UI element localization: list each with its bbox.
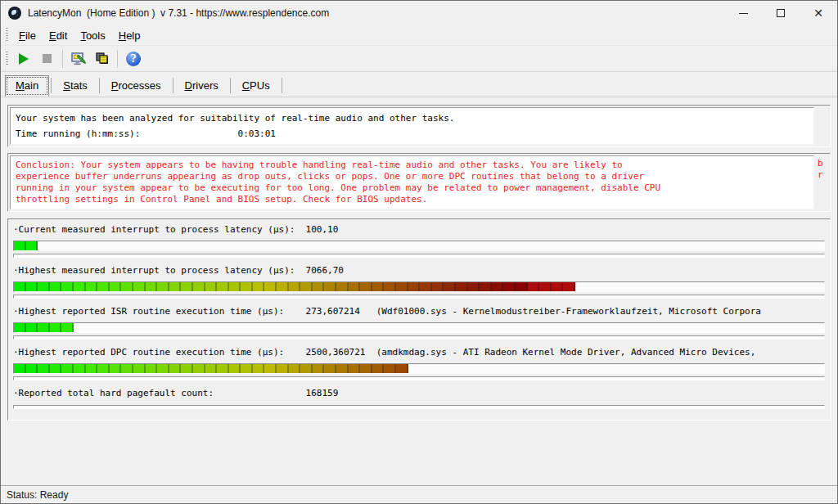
tab-separator bbox=[99, 78, 100, 93]
window-controls: ✕ bbox=[724, 1, 837, 25]
stat-value: 100,10 bbox=[306, 224, 376, 235]
app-icon bbox=[8, 7, 21, 20]
stacked-windows-button[interactable] bbox=[91, 49, 112, 69]
stat-driver-info: (Wdf01000.sys - Kernelmodustreiber-Frame… bbox=[376, 306, 825, 317]
stop-monitor-button[interactable] bbox=[36, 49, 57, 69]
menu-bar: FileEditToolsHelp bbox=[1, 25, 837, 46]
clipped-text-fragments: br bbox=[818, 158, 827, 181]
time-running-value: 0:03:01 bbox=[238, 126, 276, 142]
minimize-icon bbox=[739, 13, 748, 14]
latency-meter bbox=[13, 241, 825, 251]
stat-row: ·Highest reported DPC routine execution … bbox=[13, 347, 825, 380]
stat-driver-info: (amdkmdag.sys - ATI Radeon Kernel Mode D… bbox=[376, 347, 825, 358]
minimize-button[interactable] bbox=[724, 1, 762, 25]
close-icon: ✕ bbox=[813, 7, 823, 19]
tab-separator bbox=[230, 78, 231, 93]
maximize-icon bbox=[777, 9, 785, 17]
menu-file[interactable]: File bbox=[12, 27, 43, 44]
toolbar-separator bbox=[62, 50, 63, 68]
stat-label: ·Highest reported ISR routine execution … bbox=[13, 306, 306, 317]
tab-stats[interactable]: Stats bbox=[53, 76, 97, 96]
tab-separator bbox=[51, 78, 52, 93]
stat-row: ·Reported total hard pagefault count:168… bbox=[13, 388, 825, 409]
conclusion-line: throttling settings in Control Panel and… bbox=[16, 194, 809, 205]
latency-meter bbox=[13, 363, 825, 374]
start-monitor-button[interactable] bbox=[13, 49, 34, 69]
meter-track bbox=[13, 295, 825, 299]
conclusion-line: Conclusion: Your system appears to be ha… bbox=[16, 160, 809, 171]
meter-track bbox=[13, 405, 825, 409]
stats-box: ·Current measured interrupt to process l… bbox=[7, 218, 831, 421]
stat-value: 7066,70 bbox=[306, 265, 376, 276]
stat-label: ·Reported total hard pagefault count: bbox=[13, 388, 306, 398]
main-tab-page: Your system has been analyzed for suitab… bbox=[1, 97, 837, 487]
latency-meter bbox=[13, 281, 825, 292]
edit-report-button[interactable] bbox=[68, 49, 89, 69]
stacked-windows-icon bbox=[94, 52, 110, 66]
tab-main[interactable]: Main bbox=[5, 75, 49, 97]
stat-value: 168159 bbox=[306, 388, 376, 398]
tab-processes[interactable]: Processes bbox=[101, 76, 171, 96]
stop-icon bbox=[43, 54, 52, 63]
status-text: Status: Ready bbox=[7, 489, 68, 501]
stat-row: ·Current measured interrupt to process l… bbox=[13, 224, 825, 258]
summary-box: Your system has been analyzed for suitab… bbox=[7, 105, 831, 147]
stat-label: ·Highest reported DPC routine execution … bbox=[13, 347, 306, 358]
toolbar-separator bbox=[117, 50, 118, 68]
status-bar: Status: Ready bbox=[1, 485, 837, 503]
tab-separator bbox=[173, 78, 173, 93]
stat-label: ·Highest measured interrupt to process l… bbox=[13, 265, 306, 276]
stat-value: 2500,360721 bbox=[306, 347, 376, 358]
menubar-gripper-icon bbox=[6, 28, 8, 43]
conclusion-line: experience buffer underruns appearing as… bbox=[16, 171, 809, 182]
tab-drivers[interactable]: Drivers bbox=[175, 76, 228, 96]
menu-edit[interactable]: Edit bbox=[43, 27, 74, 44]
meter-track bbox=[13, 376, 825, 380]
stat-value: 273,607214 bbox=[306, 306, 376, 317]
stat-label: ·Current measured interrupt to process l… bbox=[13, 224, 306, 235]
meter-track bbox=[13, 254, 825, 258]
toolbar-gripper-icon bbox=[6, 52, 8, 66]
menu-tools[interactable]: Tools bbox=[74, 27, 111, 44]
time-running-label: Time running (h:mm:ss): bbox=[16, 126, 238, 142]
title-bar[interactable]: LatencyMon (Home Edition ) v 7.31 - http… bbox=[1, 1, 837, 25]
window-title: LatencyMon (Home Edition ) v 7.31 - http… bbox=[28, 7, 329, 19]
meter-track bbox=[13, 335, 825, 340]
summary-line: Your system has been analyzed for suitab… bbox=[16, 110, 809, 126]
toolbar: ? bbox=[1, 46, 837, 72]
stat-row: ·Highest reported ISR routine execution … bbox=[13, 306, 825, 340]
latencymon-window: { "window": { "title": "LatencyMon (Home… bbox=[0, 0, 838, 504]
close-button[interactable]: ✕ bbox=[800, 1, 837, 25]
conclusion-box: Conclusion: Your system appears to be ha… bbox=[7, 153, 831, 212]
tab-cpus[interactable]: CPUs bbox=[232, 76, 280, 96]
maximize-button[interactable] bbox=[762, 1, 800, 25]
monitor-pencil-icon bbox=[71, 52, 87, 66]
stat-row: ·Highest measured interrupt to process l… bbox=[13, 265, 825, 299]
latency-meter bbox=[13, 322, 825, 333]
help-icon: ? bbox=[126, 52, 141, 66]
help-button[interactable]: ? bbox=[123, 49, 144, 69]
tab-bar: MainStatsProcessesDriversCPUs bbox=[1, 72, 837, 97]
play-icon bbox=[19, 53, 29, 65]
conclusion-line: running in your system appear to be exec… bbox=[16, 182, 809, 194]
menu-help[interactable]: Help bbox=[112, 27, 147, 44]
tab-separator bbox=[282, 78, 282, 93]
